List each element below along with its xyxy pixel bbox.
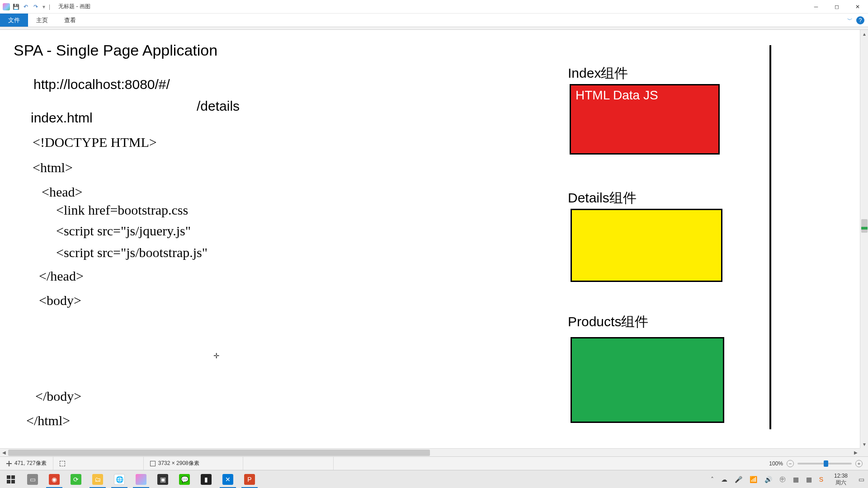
crosshair-icon [6, 461, 12, 466]
tray-wifi-icon[interactable]: 📶 [750, 476, 757, 483]
scroll-split-mark [861, 227, 868, 230]
quick-access-toolbar: 💾 ↶ ↷ ▾ | [0, 3, 54, 11]
ribbon-right: ﹀ ? [847, 14, 868, 27]
code-script-jquery: <script src="js/jquery.js" [56, 223, 191, 239]
taskbar-app-powerpoint[interactable]: P [239, 470, 260, 488]
taskbar-app-chrome[interactable]: 🌐 [108, 470, 130, 488]
scroll-down-icon[interactable]: ▼ [860, 440, 868, 448]
start-button[interactable] [0, 470, 22, 488]
windows-icon [7, 475, 15, 483]
code-head-open: <head> [42, 184, 82, 200]
taskbar-app-paint[interactable] [130, 470, 152, 488]
status-size: 3732 × 2908像素 [144, 457, 243, 470]
code-body-close: </body> [35, 389, 81, 404]
code-body-open: <body> [39, 293, 81, 308]
horizontal-scrollbar[interactable]: ◀ ▶ [0, 448, 860, 456]
scroll-left-icon[interactable]: ◀ [0, 449, 8, 457]
taskview-button[interactable]: ▭ [22, 470, 43, 488]
text-route: /details [197, 99, 240, 114]
canvas[interactable]: SPA - Single Page Application http://loc… [0, 30, 860, 448]
clock-date: 周六 [834, 479, 848, 486]
help-icon[interactable]: ? [856, 16, 864, 24]
text-index-file: index.html [31, 110, 93, 126]
tray-expand-icon[interactable]: ˄ [711, 476, 714, 483]
taskbar-app-wechat[interactable]: 💬 [174, 470, 195, 488]
vscroll-thumb[interactable] [861, 219, 868, 233]
status-filesize [243, 457, 334, 470]
tray-ime-icon[interactable]: ㊥ [779, 475, 786, 483]
paint-app-icon [3, 3, 10, 10]
app-name: 画图 [80, 3, 90, 9]
collapse-ribbon-icon[interactable]: ﹀ [847, 16, 853, 24]
taskbar-app-vscode[interactable]: ✕ [217, 470, 239, 488]
taskbar-clock[interactable]: 12:38 周六 [830, 473, 851, 486]
tray-icon-1[interactable]: ▦ [793, 476, 799, 483]
code-html-close: </html> [26, 413, 70, 428]
selection-icon [60, 461, 65, 466]
label-details-component: Details组件 [568, 189, 637, 207]
taskbar: ▭ ◉ ⟳ 🗂 🌐 ▣ 💬 ▮ ✕ P ˄ ☁ 🎤 📶 🔊 ㊥ ▦ ▦ S 12… [0, 470, 868, 488]
hscroll-track[interactable] [8, 449, 852, 457]
window-controls: ─ ◻ ✕ [806, 0, 868, 14]
text-url: http://localhost:8080/#/ [33, 77, 170, 92]
label-index-component: Index组件 [568, 64, 628, 83]
title-bar: 💾 ↶ ↷ ▾ | 无标题 - 画图 ─ ◻ ✕ [0, 0, 868, 14]
status-zoom: 100% − + [764, 460, 868, 467]
taskbar-app-camtasia[interactable]: ◉ [43, 470, 65, 488]
zoom-out-button[interactable]: − [787, 460, 794, 467]
undo-icon[interactable]: ↶ [22, 3, 30, 11]
save-icon[interactable]: 💾 [12, 3, 20, 11]
window-title: 无标题 - 画图 [54, 3, 90, 10]
tray-icon-3[interactable]: S [819, 476, 823, 483]
vertical-line [769, 45, 771, 429]
zoom-in-button[interactable]: + [855, 460, 863, 467]
box-index-component: HTML Data JS [570, 84, 720, 155]
taskbar-app-explorer[interactable]: 🗂 [87, 470, 108, 488]
taskbar-app-terminal[interactable]: ▮ [195, 470, 217, 488]
clock-time: 12:38 [834, 473, 848, 479]
tray-mic-icon[interactable]: 🎤 [735, 476, 742, 483]
ribbon-tabs: 文件 主页 查看 ﹀ ? [0, 14, 868, 27]
tab-home[interactable]: 主页 [28, 14, 56, 27]
qat-divider: | [48, 4, 51, 10]
taskbar-app-2[interactable]: ▣ [152, 470, 174, 488]
vscroll-track[interactable] [860, 38, 868, 440]
tray-volume-icon[interactable]: 🔊 [764, 476, 772, 483]
drawing: SPA - Single Page Application http://loc… [0, 30, 860, 448]
tab-view[interactable]: 查看 [56, 14, 84, 27]
code-script-bootstrap: <script src="js/bootstrap.js" [56, 245, 208, 260]
code-html-open: <html> [33, 160, 73, 175]
close-button[interactable]: ✕ [847, 0, 868, 14]
box-index-text: HTML Data JS [576, 88, 658, 103]
taskbar-app-1[interactable]: ⟳ [65, 470, 87, 488]
code-doctype: <!DOCTYPE HTML> [33, 135, 157, 150]
tab-file[interactable]: 文件 [0, 14, 28, 27]
work-area: SPA - Single Page Application http://loc… [0, 30, 868, 456]
status-coords: 471, 727像素 [0, 457, 53, 470]
scroll-right-icon[interactable]: ▶ [852, 449, 860, 457]
zoom-text: 100% [769, 460, 783, 467]
minimize-button[interactable]: ─ [806, 0, 826, 14]
size-text: 3732 × 2908像素 [158, 460, 199, 467]
maximize-button[interactable]: ◻ [826, 0, 847, 14]
heading-spa: SPA - Single Page Application [14, 42, 217, 59]
vertical-scrollbar[interactable]: ▲ ▼ [860, 30, 868, 448]
tray-icon-2[interactable]: ▦ [806, 476, 812, 483]
zoom-slider[interactable] [797, 463, 852, 465]
zoom-knob[interactable] [824, 460, 828, 467]
status-bar: 471, 727像素 3732 × 2908像素 100% − + [0, 456, 868, 470]
tray-notifications-icon[interactable]: ▭ [859, 476, 864, 483]
box-details-component [571, 209, 722, 282]
coords-text: 471, 727像素 [14, 460, 47, 467]
code-head-close: </head> [39, 268, 84, 284]
status-selection [53, 457, 144, 470]
tray-onedrive-icon[interactable]: ☁ [721, 476, 727, 483]
redo-icon[interactable]: ↷ [32, 3, 40, 11]
code-link: <link href=bootstrap.css [56, 202, 188, 218]
qat-separator: ▾ [42, 4, 46, 10]
hscroll-thumb[interactable] [8, 450, 430, 456]
doc-name: 无标题 [58, 3, 75, 9]
scroll-up-icon[interactable]: ▲ [860, 30, 868, 38]
crosshair-cursor: ✛ [213, 352, 219, 360]
system-tray: ˄ ☁ 🎤 📶 🔊 ㊥ ▦ ▦ S 12:38 周六 ▭ [707, 473, 868, 486]
